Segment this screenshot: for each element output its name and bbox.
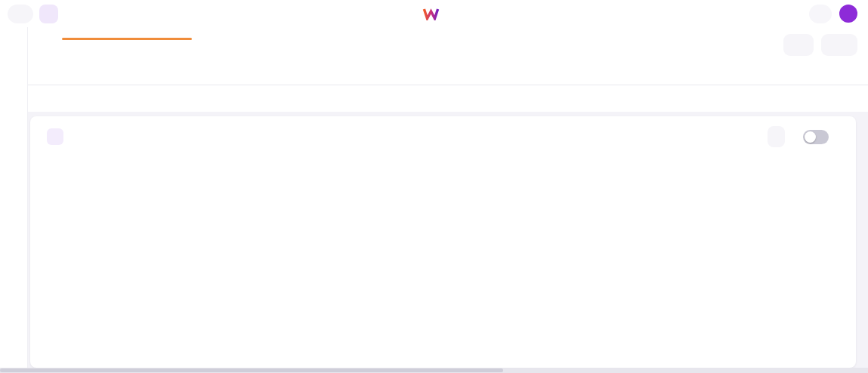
- quota-progress-bar: [62, 38, 192, 40]
- compare-period-toggle[interactable]: [803, 130, 829, 144]
- avatar: [839, 5, 857, 23]
- left-sidebar: [0, 27, 28, 368]
- updates-dropdown[interactable]: [783, 34, 814, 56]
- visits-sessions-card: [30, 116, 856, 368]
- brand-logo: [422, 8, 446, 20]
- chart-area: [30, 160, 856, 307]
- monthly-quota[interactable]: [62, 35, 192, 40]
- horizontal-scrollbar[interactable]: [0, 368, 868, 373]
- widget-select-checkbox[interactable]: [47, 128, 63, 145]
- metrics-row: [30, 147, 856, 153]
- quota-progress-fill: [62, 38, 192, 40]
- line-chart[interactable]: [65, 165, 821, 307]
- feature-tour-badge[interactable]: [809, 5, 832, 23]
- website-selector[interactable]: [8, 5, 33, 23]
- account-menu[interactable]: [839, 5, 860, 23]
- card-header: [30, 116, 856, 147]
- y-axis-left: [35, 165, 65, 307]
- y-axis-right: [821, 165, 851, 307]
- dashboard-tabs: [27, 62, 868, 85]
- twipla-w-icon: [422, 8, 440, 20]
- top-bar: [0, 0, 868, 27]
- toggle-knob: [805, 131, 816, 143]
- main-area: [27, 27, 868, 373]
- export-button[interactable]: [768, 126, 785, 147]
- granularity-row: [30, 153, 856, 160]
- scrollbar-thumb[interactable]: [0, 368, 503, 372]
- page-header: [27, 27, 868, 62]
- open-website-button[interactable]: [39, 5, 58, 23]
- content-area: [27, 112, 868, 373]
- date-range-picker[interactable]: [821, 34, 857, 56]
- app-root: [0, 0, 868, 373]
- x-axis-labels: [65, 310, 821, 322]
